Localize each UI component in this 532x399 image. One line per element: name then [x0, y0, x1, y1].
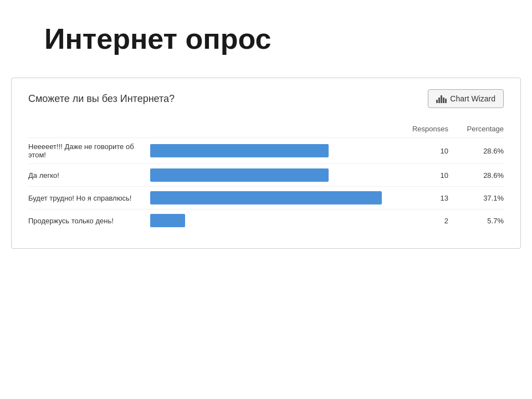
- chart-wizard-button[interactable]: Chart Wizard: [428, 89, 504, 108]
- row-label-0: Нееееет!!! Даже не говорите об этом!: [28, 142, 150, 159]
- bar-1: [150, 168, 329, 182]
- row-responses-3: 2: [393, 217, 448, 225]
- survey-row: Нееееет!!! Даже не говорите об этом! 10 …: [28, 137, 504, 163]
- row-responses-0: 10: [393, 147, 448, 155]
- survey-row: Да легко! 10 28.6%: [28, 163, 504, 186]
- survey-row: Продержусь только день! 2 5.7%: [28, 209, 504, 232]
- chart-wizard-label: Chart Wizard: [450, 94, 495, 103]
- percentage-header: Percentage: [448, 125, 504, 133]
- bar-container-3: [150, 214, 393, 227]
- row-percentage-1: 28.6%: [448, 171, 504, 180]
- survey-row: Будет трудно! Но я справлюсь! 13 37.1%: [28, 186, 504, 209]
- page-title-section: Интернет опрос: [0, 0, 532, 72]
- survey-question: Сможете ли вы без Интернета?: [28, 93, 175, 105]
- row-label-2: Будет трудно! Но я справлюсь!: [28, 194, 150, 202]
- bar-container-2: [150, 191, 393, 204]
- survey-container: Сможете ли вы без Интернета? Chart Wizar…: [11, 78, 521, 249]
- bar-container-1: [150, 168, 393, 182]
- survey-header: Сможете ли вы без Интернета? Chart Wizar…: [28, 89, 504, 114]
- row-percentage-2: 37.1%: [448, 194, 504, 202]
- chart-bar-icon: [436, 94, 447, 103]
- bar-container-0: [150, 144, 393, 157]
- page-title: Интернет опрос: [44, 22, 488, 55]
- responses-header: Responses: [393, 125, 448, 133]
- row-responses-2: 13: [393, 194, 448, 202]
- row-label-1: Да легко!: [28, 171, 150, 180]
- bar-3: [150, 214, 185, 227]
- bar-2: [150, 191, 382, 204]
- row-responses-1: 10: [393, 171, 448, 180]
- bar-0: [150, 144, 329, 157]
- row-percentage-3: 5.7%: [448, 217, 504, 225]
- survey-rows: Нееееет!!! Даже не говорите об этом! 10 …: [28, 137, 504, 232]
- table-header: Responses Percentage: [28, 125, 504, 133]
- row-label-3: Продержусь только день!: [28, 217, 150, 225]
- row-percentage-0: 28.6%: [448, 147, 504, 155]
